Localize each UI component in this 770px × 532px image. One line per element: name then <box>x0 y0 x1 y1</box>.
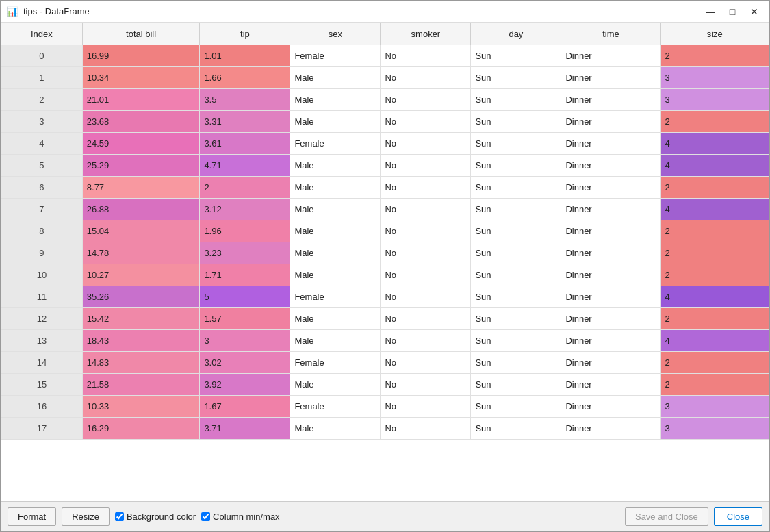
cell-total-bill: 26.88 <box>82 199 200 220</box>
cell-time: Dinner <box>561 396 660 418</box>
cell-size: 4 <box>660 286 769 308</box>
cell-index: 10 <box>1 264 83 286</box>
title-bar: 📊 tips - DataFrame — □ ✕ <box>1 1 769 23</box>
cell-tip: 2 <box>200 177 290 199</box>
cell-time: Dinner <box>561 155 660 177</box>
cell-tip: 1.66 <box>200 67 290 89</box>
close-button[interactable]: Close <box>714 507 762 526</box>
cell-smoker: No <box>381 418 471 440</box>
cell-time: Dinner <box>561 264 660 286</box>
cell-day: Sun <box>471 45 561 67</box>
cell-smoker: No <box>381 330 471 352</box>
save-close-button[interactable]: Save and Close <box>625 507 708 526</box>
cell-time: Dinner <box>561 352 660 374</box>
format-button[interactable]: Format <box>8 507 56 526</box>
cell-total-bill: 35.26 <box>82 286 200 308</box>
cell-smoker: No <box>381 242 471 264</box>
cell-tip: 4.71 <box>200 155 290 177</box>
cell-smoker: No <box>381 199 471 220</box>
cell-day: Sun <box>471 67 561 89</box>
table-row: 1521.583.92MaleNoSunDinner2 <box>1 374 769 396</box>
cell-tip: 3.61 <box>200 133 290 155</box>
cell-size: 2 <box>660 308 769 330</box>
cell-time: Dinner <box>561 199 660 220</box>
cell-total-bill: 16.99 <box>82 45 200 67</box>
cell-time: Dinner <box>561 418 660 440</box>
cell-index: 12 <box>1 308 83 330</box>
cell-tip: 1.96 <box>200 220 290 242</box>
cell-index: 11 <box>1 286 83 308</box>
cell-tip: 3.92 <box>200 374 290 396</box>
cell-time: Dinner <box>561 220 660 242</box>
cell-size: 2 <box>660 111 769 133</box>
cell-size: 4 <box>660 133 769 155</box>
cell-day: Sun <box>471 308 561 330</box>
table-row: 016.991.01FemaleNoSunDinner2 <box>1 45 769 67</box>
restore-button[interactable]: □ <box>723 4 742 19</box>
bg-color-checkbox[interactable] <box>115 512 124 521</box>
cell-size: 2 <box>660 242 769 264</box>
cell-total-bill: 24.59 <box>82 133 200 155</box>
resize-button[interactable]: Resize <box>62 507 110 526</box>
table-row: 1215.421.57MaleNoSunDinner2 <box>1 308 769 330</box>
cell-size: 2 <box>660 264 769 286</box>
cell-tip: 3.02 <box>200 352 290 374</box>
cell-index: 0 <box>1 45 83 67</box>
window-close-button[interactable]: ✕ <box>745 4 764 19</box>
cell-sex: Male <box>290 155 381 177</box>
minimize-button[interactable]: — <box>701 4 720 19</box>
cell-time: Dinner <box>561 89 660 111</box>
cell-sex: Female <box>290 396 381 418</box>
cell-time: Dinner <box>561 67 660 89</box>
cell-index: 14 <box>1 352 83 374</box>
cell-tip: 3.31 <box>200 111 290 133</box>
cell-day: Sun <box>471 111 561 133</box>
cell-size: 2 <box>660 374 769 396</box>
data-table: Index total bill tip sex smoker day time… <box>1 23 769 440</box>
cell-tip: 3.5 <box>200 89 290 111</box>
cell-smoker: No <box>381 286 471 308</box>
cell-time: Dinner <box>561 45 660 67</box>
cell-size: 2 <box>660 45 769 67</box>
cell-day: Sun <box>471 352 561 374</box>
cell-day: Sun <box>471 177 561 199</box>
table-row: 323.683.31MaleNoSunDinner2 <box>1 111 769 133</box>
cell-sex: Male <box>290 199 381 220</box>
cell-sex: Male <box>290 177 381 199</box>
col-header-sex[interactable]: sex <box>290 23 381 45</box>
col-minmax-checkbox-label[interactable]: Column min/max <box>201 511 280 522</box>
cell-day: Sun <box>471 242 561 264</box>
col-header-smoker[interactable]: smoker <box>381 23 471 45</box>
cell-day: Sun <box>471 89 561 111</box>
cell-sex: Male <box>290 89 381 111</box>
cell-smoker: No <box>381 177 471 199</box>
cell-total-bill: 21.58 <box>82 374 200 396</box>
table-container: Index total bill tip sex smoker day time… <box>1 23 769 501</box>
cell-time: Dinner <box>561 286 660 308</box>
cell-smoker: No <box>381 133 471 155</box>
table-row: 726.883.12MaleNoSunDinner4 <box>1 199 769 220</box>
bottom-bar: Format Resize Background color Column mi… <box>1 501 769 531</box>
cell-smoker: No <box>381 155 471 177</box>
col-minmax-checkbox[interactable] <box>201 512 210 521</box>
cell-index: 3 <box>1 111 83 133</box>
col-header-index[interactable]: Index <box>1 23 83 45</box>
cell-tip: 1.57 <box>200 308 290 330</box>
cell-sex: Female <box>290 133 381 155</box>
cell-total-bill: 25.29 <box>82 155 200 177</box>
cell-day: Sun <box>471 155 561 177</box>
table-row: 1610.331.67FemaleNoSunDinner3 <box>1 396 769 418</box>
col-header-size[interactable]: size <box>660 23 769 45</box>
cell-smoker: No <box>381 352 471 374</box>
cell-sex: Male <box>290 418 381 440</box>
col-header-total-bill[interactable]: total bill <box>82 23 200 45</box>
col-header-tip[interactable]: tip <box>200 23 290 45</box>
cell-time: Dinner <box>561 111 660 133</box>
table-row: 815.041.96MaleNoSunDinner2 <box>1 220 769 242</box>
bg-color-checkbox-label[interactable]: Background color <box>115 511 196 522</box>
cell-smoker: No <box>381 111 471 133</box>
col-header-time[interactable]: time <box>561 23 660 45</box>
cell-time: Dinner <box>561 177 660 199</box>
col-header-day[interactable]: day <box>471 23 561 45</box>
cell-size: 2 <box>660 177 769 199</box>
